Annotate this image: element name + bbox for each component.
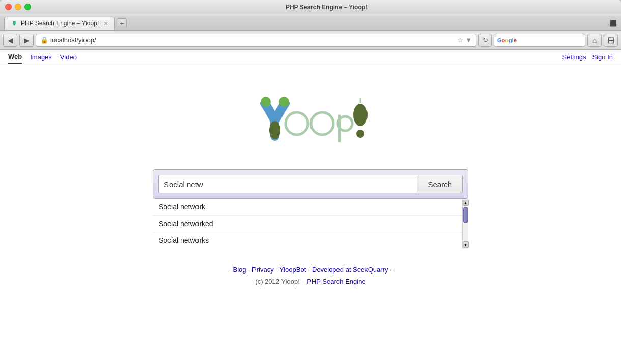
svg-point-7	[353, 104, 368, 126]
address-bar-icons: ☆ ▼	[457, 36, 472, 44]
autocomplete-item-1[interactable]: Social networked	[153, 216, 462, 232]
search-input[interactable]	[158, 175, 417, 193]
scrollbar-thumb[interactable]	[463, 207, 468, 223]
footer-dash3: -	[274, 266, 279, 274]
footer-copyright: (c) 2012 Yioop! –	[255, 278, 307, 285]
google-search-bar[interactable]: Google 🔍	[494, 34, 585, 47]
close-button[interactable]	[5, 4, 12, 10]
svg-point-8	[356, 130, 364, 138]
browser-tab[interactable]: PHP Search Engine – Yioop! ✕	[4, 17, 115, 30]
app-nav-left: Web Images Video	[8, 51, 77, 64]
autocomplete-item-0[interactable]: Social network	[153, 199, 462, 216]
footer-dash1: -	[229, 266, 233, 274]
new-tab-button[interactable]: +	[117, 18, 127, 28]
main-content: Search Social network Social networked S…	[0, 65, 621, 364]
maximize-button[interactable]	[24, 4, 31, 10]
svg-point-3	[269, 121, 280, 139]
footer-blog-link[interactable]: Blog	[233, 266, 246, 274]
window-resize-button[interactable]: ⬛	[609, 20, 617, 27]
nav-item-signin[interactable]: Sign In	[592, 51, 613, 63]
app-nav-right: Settings Sign In	[562, 51, 613, 63]
footer: - Blog - Privacy - YioopBot - Developed …	[229, 264, 392, 288]
search-row: Search	[158, 175, 463, 193]
scrollbar-down-button[interactable]: ▼	[463, 241, 469, 248]
footer-dash2: -	[246, 266, 252, 274]
nav-bar: ◀ ▶ 🔒 ☆ ▼ ↻ Google 🔍 ⌂ ⊟	[0, 31, 621, 50]
nav-item-video[interactable]: Video	[60, 51, 77, 63]
search-button[interactable]: Search	[417, 175, 463, 193]
minimize-button[interactable]	[15, 4, 21, 10]
app-nav: Web Images Video Settings Sign In	[0, 50, 621, 65]
tab-favicon	[11, 20, 18, 27]
google-logo-icon: Google	[497, 37, 517, 43]
tab-bar: PHP Search Engine – Yioop! ✕ + ⬛	[0, 14, 621, 31]
svg-point-2	[279, 97, 289, 107]
home-button[interactable]: ⌂	[587, 34, 602, 47]
footer-yioop-bot-link[interactable]: YioopBot	[279, 266, 306, 274]
autocomplete-list: Social network Social networked Social n…	[153, 199, 462, 249]
footer-line-2: (c) 2012 Yioop! – PHP Search Engine	[229, 276, 392, 287]
nav-item-images[interactable]: Images	[30, 51, 52, 63]
window-title: PHP Search Engine – Yioop!	[37, 4, 616, 11]
back-button[interactable]: ◀	[3, 34, 17, 47]
reload-button[interactable]: ↻	[478, 34, 492, 47]
svg-point-4	[286, 112, 308, 135]
forward-button[interactable]: ▶	[19, 34, 34, 47]
nav-item-settings[interactable]: Settings	[562, 51, 586, 63]
nav-item-web[interactable]: Web	[8, 51, 22, 64]
address-input[interactable]	[50, 36, 455, 44]
bookmark-button[interactable]: ⊟	[604, 34, 618, 47]
bookmark-down-icon[interactable]: ▼	[465, 36, 472, 44]
tab-close-button[interactable]: ✕	[104, 21, 108, 26]
yioop-logo	[252, 96, 369, 154]
footer-dash5: -	[388, 266, 392, 274]
bookmark-star-icon[interactable]: ☆	[457, 36, 463, 44]
svg-point-1	[261, 97, 271, 107]
logo-container	[252, 96, 369, 154]
search-area: Search Social network Social networked S…	[153, 169, 468, 249]
svg-point-5	[311, 112, 333, 135]
footer-privacy-link[interactable]: Privacy	[252, 266, 274, 274]
autocomplete-item-2[interactable]: Social networks	[153, 232, 462, 249]
footer-line-1: - Blog - Privacy - YioopBot - Developed …	[229, 264, 392, 276]
footer-dash4: -	[306, 266, 312, 274]
search-box-container: Search	[153, 169, 468, 199]
address-bar[interactable]: 🔒 ☆ ▼	[36, 34, 476, 47]
footer-developed-link[interactable]: Developed at SeekQuarry	[312, 266, 388, 274]
autocomplete-dropdown: Social network Social networked Social n…	[153, 199, 468, 249]
footer-php-engine-link[interactable]: PHP Search Engine	[307, 278, 365, 285]
window-controls	[5, 4, 31, 10]
title-bar: PHP Search Engine – Yioop!	[0, 0, 621, 14]
address-favicon: 🔒	[40, 36, 48, 44]
tab-label: PHP Search Engine – Yioop!	[21, 20, 99, 27]
scrollbar-track: ▲ ▼	[462, 199, 468, 249]
scrollbar-up-button[interactable]: ▲	[463, 200, 469, 206]
